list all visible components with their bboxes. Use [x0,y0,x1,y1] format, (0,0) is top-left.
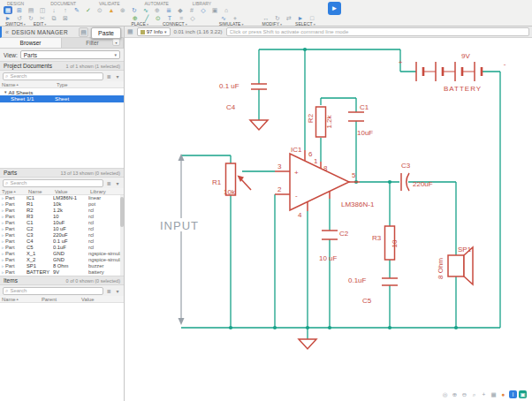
column-header-parent[interactable]: Parent [42,296,81,302]
paste-dropdown-icon[interactable]: ▾ [112,39,120,46]
column-header-type[interactable]: Type [57,81,122,87]
view-select[interactable]: Parts ▾ [20,50,120,59]
part-row[interactable]: Part C1 10uF rcl [0,220,124,226]
collapse-section-icon[interactable]: ▾ [114,180,121,186]
canvas-nav-icon[interactable]: ● [499,390,507,398]
layer-select[interactable]: 97 Info ▾ [137,27,171,36]
canvas-nav-icon[interactable]: ▦ [490,390,498,398]
list-options-icon[interactable]: ≣ [105,180,112,186]
ribbon-tool-icon[interactable]: ▲ [107,6,116,14]
list-options-icon[interactable]: ≣ [105,288,112,294]
part-row[interactable]: Part X_1 GND ngspice-simulatio [0,251,124,257]
canvas-nav-icon[interactable]: ⌕ [470,390,478,398]
collapse-panel-icon[interactable]: « [5,29,9,35]
ribbon-tool-icon[interactable]: # [187,6,196,14]
part-type-cell: Part [0,195,27,201]
column-header-value[interactable]: Value [81,296,122,302]
gnd-symbol-top[interactable] [250,120,268,130]
items-search-input[interactable] [10,288,101,293]
sheet-row-selected[interactable]: Sheet 1/1 Sheet [0,95,124,102]
parts-scrollbar[interactable] [120,195,124,276]
canvas-nav-icon[interactable]: i [509,390,517,398]
part-row[interactable]: Part C2 10 uF rcl [0,226,124,232]
gnd-symbol-bottom[interactable] [299,339,316,349]
part-row[interactable]: Part SP1 8 Ohm buzzer [0,263,124,269]
collapse-section-icon[interactable]: ▾ [114,288,121,294]
column-header-name[interactable]: Name ▴ [2,81,57,87]
ribbon-tool-icon[interactable]: ↻ [130,6,139,14]
ribbon-tool-icon[interactable]: ↓ [49,6,58,14]
ribbon-tool-icon[interactable]: ✎ [72,6,81,14]
ribbon-tool-icon[interactable]: ▦ [4,6,12,14]
tree-expander-icon[interactable]: ▾ [4,89,7,95]
ribbon-tool-icon[interactable]: ◫ [38,6,47,14]
part-row[interactable]: Part R1 10k pot [0,201,124,208]
documents-table-header: Name ▴ Type [0,81,124,88]
tree-item-all-sheets[interactable]: ▾ All Sheets [0,88,124,95]
select-tool-button[interactable]: ► [328,2,341,15]
opamp-symbol[interactable] [290,154,349,210]
ribbon-tool-icon[interactable]: ⊛ [118,6,127,14]
part-row[interactable]: Part R3 10 rcl [0,214,124,220]
parts-table-header: Type ▴ Name Value Library [0,188,124,195]
ribbon-tool-icon[interactable]: ◆ [176,6,185,14]
ribbon-tool-icon[interactable]: ⊕ [153,6,162,14]
parts-search-input[interactable] [10,180,101,185]
canvas-navigation-bar: ◎⊕⊖⌕+▦●i▣ [441,390,527,398]
column-header-name[interactable]: Name ▴ [2,296,42,302]
opamp-minus-label: - [295,192,298,200]
ribbon-tool-icon[interactable]: ≣ [164,6,173,14]
battery-symbol[interactable] [416,62,482,81]
part-row[interactable]: Part C4 0.1 uF rcl [0,238,124,245]
capacitor-c1[interactable] [348,112,364,121]
paste-icon[interactable]: ▤ [79,27,88,37]
r2-name-label: R2 [307,113,315,123]
part-row[interactable]: Part C5 0.1uF rcl [0,245,124,251]
tree-item-label: All Sheets [9,89,34,95]
section-parts[interactable]: Parts 13 of 13 shown (0 selected) [0,168,124,178]
ribbon-tool-icon[interactable]: ⊙ [95,6,104,14]
column-header-type[interactable]: Type ▴ [2,188,28,194]
ribbon-tool-icon[interactable]: ↑ [61,6,70,14]
column-header-library[interactable]: Library [90,188,122,194]
ribbon-tool-icon[interactable]: ∿ [141,6,150,14]
tab-browser[interactable]: Browser [0,38,62,48]
scrollbar-thumb[interactable] [120,197,124,227]
ribbon-tool-icon[interactable]: ✓ [84,6,93,14]
section-items[interactable]: Items 0 of 0 shown (0 selected) [0,276,124,285]
canvas-nav-icon[interactable]: + [480,390,488,398]
canvas-nav-icon[interactable]: ⊕ [451,390,459,398]
part-library-cell: rcl [88,238,124,245]
list-options-icon[interactable]: ≣ [105,73,112,79]
ribbon-tool-icon[interactable]: ◇ [199,6,208,14]
ribbon-tool-icon[interactable]: ▤ [27,6,35,14]
part-library-cell: rcl [88,214,124,220]
column-header-name[interactable]: Name [28,188,55,194]
sheet-name: Sheet 1/1 [11,95,55,102]
part-row[interactable]: Part C3 220uF rcl [0,232,124,238]
column-header-value[interactable]: Value [55,188,90,194]
ribbon-tool-icon[interactable]: ⊞ [15,6,24,14]
grid-settings-icon[interactable]: ▦ [127,28,133,35]
part-row[interactable]: Part IC1 LM386N-1 linear [0,195,124,201]
capacitor-c4[interactable] [251,84,267,89]
c3-name-label: C3 [401,162,411,170]
command-line-input[interactable] [226,27,529,36]
schematic-canvas[interactable]: INPUT [125,38,532,401]
part-row[interactable]: Part X_2 GND ngspice-simulatio [0,257,124,263]
documents-search-input[interactable] [10,73,101,79]
part-row[interactable]: Part R2 1.2k rcl [0,208,124,214]
part-row[interactable]: Part BATTERY 9V battery [0,269,124,276]
section-project-documents[interactable]: Project Documents 1 of 1 shown (1 select… [0,61,124,71]
capacitor-c5[interactable] [382,278,398,285]
canvas-nav-icon[interactable]: ▣ [519,390,527,398]
canvas-nav-icon[interactable]: ⊖ [460,390,468,398]
ribbon-tool-icon[interactable]: ⌂ [222,6,231,14]
ribbon-tool-icon[interactable]: ▣ [210,6,219,14]
capacitor-c2[interactable] [322,231,338,239]
part-value-cell: 8 Ohm [53,263,88,269]
collapse-section-icon[interactable]: ▾ [114,73,121,79]
part-type-cell: Part [0,251,27,257]
battery-value-label: 9V [461,52,470,60]
canvas-nav-icon[interactable]: ◎ [441,390,449,398]
